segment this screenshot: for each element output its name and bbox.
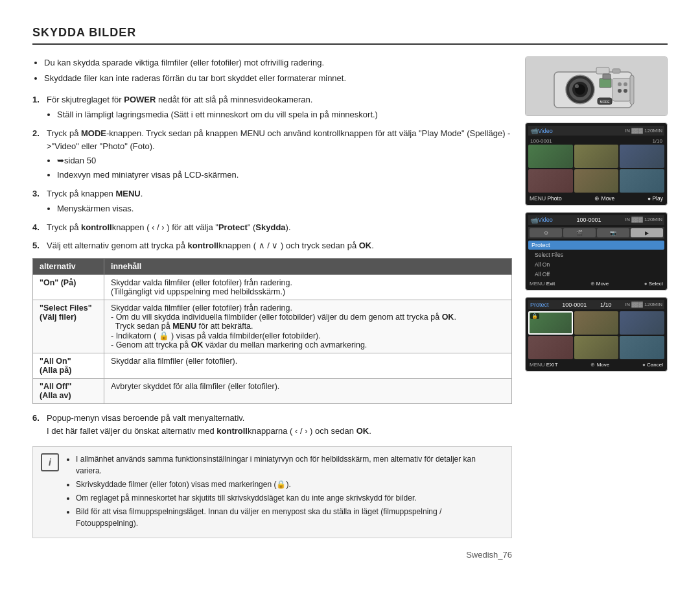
step-6-num: 6. bbox=[32, 412, 43, 437]
lcd-index-counter-row: 100-0001 1/10 bbox=[528, 137, 664, 145]
table-alt-on: "On" (På) bbox=[33, 275, 104, 300]
steps-list: 1. För skjutreglaget för POWER nedåt för… bbox=[32, 93, 512, 252]
lcd-index-header: 📹 Video IN ▓▓▓ 120MIN bbox=[528, 126, 664, 136]
table-content-all-off: Avbryter skyddet för alla filmfiler (ell… bbox=[104, 379, 512, 404]
step-3-num: 3. bbox=[32, 187, 43, 216]
protect-table: alternativ innehåll "On" (På) Skyddar va… bbox=[32, 258, 512, 404]
lcd-menu-item-alloff: All Off bbox=[528, 270, 664, 279]
table-row-on: "On" (På) Skyddar valda filmfiler (eller… bbox=[33, 275, 512, 300]
lcd-protect-thumbs: 🔒 bbox=[528, 311, 664, 359]
lcd-menu-select: ● Select bbox=[644, 281, 663, 287]
step-2: 2. Tryck på MODE-knappen. Tryck sedan på… bbox=[32, 127, 512, 182]
table-content-select: Skyddar valda filmfiler (eller fotofiler… bbox=[104, 300, 512, 353]
table-row-all-off: "All Off"(Alla av) Avbryter skyddet för … bbox=[33, 379, 512, 404]
step-5-content: Välj ett alternativ genom att trycka på … bbox=[47, 239, 512, 252]
table-alt-all-on: "All On"(Alla på) bbox=[33, 353, 104, 379]
table-alt-select: "Select Files"(Välj filer) bbox=[33, 300, 104, 353]
intro-bullet-1: Du kan skydda sparade viktiga filmfiler … bbox=[44, 56, 512, 69]
lcd-footer-move: ⊕ Move bbox=[594, 195, 614, 202]
note-1: I allmänhet används samma funktionsinstä… bbox=[76, 453, 504, 477]
lcd-thumb-5 bbox=[574, 169, 619, 193]
table-content-on: Skyddar valda filmfiler (eller fotofiler… bbox=[104, 275, 512, 300]
lcd-menu-move: ⊕ Move bbox=[590, 281, 609, 287]
lcd-protect-bat: IN ▓▓▓ 120MIN bbox=[625, 302, 662, 308]
right-sidebar: MODE 📹 Video IN ▓▓▓ 120MIN bbox=[525, 56, 668, 560]
lcd-protect-thumb-2 bbox=[574, 311, 619, 335]
step-2-sub-1: ➥sidan 50 bbox=[57, 154, 512, 167]
lcd-protect-move: ⊕ Move bbox=[590, 362, 609, 368]
step-6: 6. Popup-menyn visas beroende på valt me… bbox=[32, 412, 512, 437]
step-5: 5. Välj ett alternativ genom att trycka … bbox=[32, 239, 512, 252]
page-number: Swedish_76 bbox=[32, 550, 512, 560]
page-title: SKYDDA BILDER bbox=[32, 26, 668, 45]
left-content: Du kan skydda sparade viktiga filmfiler … bbox=[32, 56, 512, 560]
svg-rect-9 bbox=[600, 78, 611, 88]
lcd-menu-footer: MENU Exit ⊕ Move ● Select bbox=[528, 280, 664, 287]
lcd-tab-1: ⚙ bbox=[530, 228, 562, 237]
lcd-menu-mode: Video bbox=[538, 217, 553, 224]
lcd-menu-exit: MENU Exit bbox=[530, 281, 555, 287]
table-row-all-on: "All On"(Alla på) Skyddar alla filmfiler… bbox=[33, 353, 512, 379]
lcd-thumbs bbox=[528, 145, 664, 193]
lcd-menu-tabs: ⚙ 🎬 📷 ▶ bbox=[528, 227, 664, 239]
step-6-content: Popup-menyn visas beroende på valt menya… bbox=[47, 412, 512, 437]
lcd-menu-panel: 📹 Video 100-0001 IN ▓▓▓ 120MIN ⚙ 🎬 📷 ▶ P… bbox=[525, 212, 668, 291]
step-1-sub-1: Ställ in lämpligt lagringsmedia (Sätt i … bbox=[57, 108, 512, 121]
step-6-text: Popup-menyn visas beroende på valt menya… bbox=[47, 413, 244, 423]
lcd-protect-thumb-1: 🔒 bbox=[528, 311, 573, 335]
lcd-protect-page: 1/10 bbox=[600, 302, 612, 308]
note-3: Om reglaget på minneskortet har skjutits… bbox=[76, 492, 504, 504]
svg-point-13 bbox=[618, 82, 622, 86]
lcd-menu-item-allon: All On bbox=[528, 260, 664, 269]
step-1-num: 1. bbox=[32, 93, 43, 122]
lcd-protect-thumb-6 bbox=[620, 336, 664, 359]
step-4-num: 4. bbox=[32, 221, 43, 234]
lcd-menu-item-protect: Protect bbox=[528, 241, 664, 250]
lcd-index-footer: MENU Photo ⊕ Move ● Play bbox=[528, 195, 664, 202]
lcd-tab-3: 📷 bbox=[597, 228, 629, 237]
step-4: 4. Tryck på kontrollknappen ( ‹ / › ) fö… bbox=[32, 221, 512, 234]
lcd-thumb-3 bbox=[620, 145, 664, 168]
lcd-protect-panel: Protect 100-0001 1/10 IN ▓▓▓ 120MIN 🔒 M bbox=[525, 297, 668, 372]
camera-panel: MODE bbox=[525, 56, 668, 116]
note-box: i I allmänhet används samma funktionsins… bbox=[32, 446, 512, 538]
lcd-index-panel: 📹 Video IN ▓▓▓ 120MIN 100-0001 1/10 MENU… bbox=[525, 123, 668, 206]
step-1: 1. För skjutreglaget för POWER nedåt för… bbox=[32, 93, 512, 122]
lcd-protect-exit: MENU EXIT bbox=[530, 362, 558, 368]
lcd-footer-play: ● Play bbox=[648, 195, 663, 202]
lcd-footer-menu: MENU Photo bbox=[530, 195, 562, 202]
svg-rect-6 bbox=[596, 67, 609, 74]
lcd-protect-counter: 100-0001 bbox=[562, 302, 587, 308]
lcd-index-counter: 100-0001 bbox=[530, 138, 552, 144]
step-2-sub-2: Indexvyn med miniatyrer visas på LCD-skä… bbox=[57, 169, 512, 182]
lcd-thumb-2 bbox=[574, 145, 619, 168]
lcd-thumb-4 bbox=[528, 169, 573, 193]
lcd-tab-4: ▶ bbox=[631, 228, 663, 237]
svg-point-5 bbox=[575, 84, 579, 88]
svg-point-15 bbox=[618, 89, 622, 93]
lcd-index-bat: IN ▓▓▓ 120MIN bbox=[625, 128, 662, 134]
step-5-num: 5. bbox=[32, 239, 43, 252]
svg-point-16 bbox=[624, 89, 627, 93]
note-content: I allmänhet används samma funktionsinstä… bbox=[65, 453, 504, 531]
lcd-menu-header: 📹 Video 100-0001 IN ▓▓▓ 120MIN bbox=[528, 215, 664, 225]
lcd-protect-footer: MENU EXIT ⊕ Move ● Cancel bbox=[528, 361, 664, 368]
step-2-content: Tryck på MODE-knappen. Tryck sedan på kn… bbox=[47, 127, 512, 182]
lock-badge-1: 🔒 bbox=[530, 313, 539, 319]
lcd-protect-thumb-4 bbox=[528, 336, 573, 359]
table-row-select: "Select Files"(Välj filer) Skyddar valda… bbox=[33, 300, 512, 353]
table-header-alt: alternativ bbox=[33, 259, 104, 275]
lcd-tab-2: 🎬 bbox=[563, 228, 596, 237]
note-4: Bild för att visa filmuppspelningsläget.… bbox=[76, 506, 504, 529]
table-alt-all-off: "All Off"(Alla av) bbox=[33, 379, 104, 404]
svg-rect-17 bbox=[630, 75, 634, 104]
lcd-thumb-1 bbox=[528, 145, 573, 168]
lcd-menu-bat: IN ▓▓▓ 120MIN bbox=[625, 217, 662, 224]
lcd-menu-counter: 100-0001 bbox=[576, 217, 601, 224]
step-3-sub-1: Menyskärmen visas. bbox=[57, 202, 512, 215]
intro-bullets: Du kan skydda sparade viktiga filmfiler … bbox=[44, 56, 512, 84]
lcd-protect-thumb-5 bbox=[574, 336, 619, 359]
lcd-protect-cancel: ● Cancel bbox=[642, 362, 663, 368]
note-2: Skrivskyddade filmer (eller foton) visas… bbox=[76, 479, 504, 490]
camera-svg: MODE bbox=[551, 62, 642, 111]
